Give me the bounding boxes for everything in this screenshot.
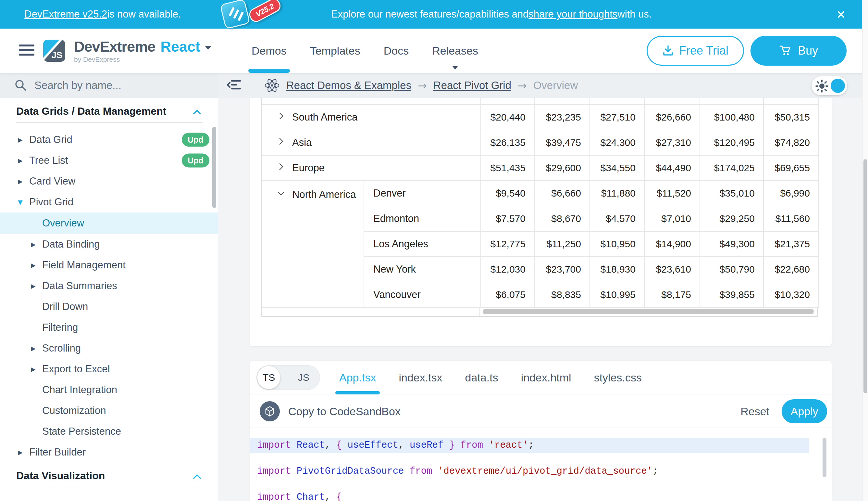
sidebar-search-input[interactable]: Search by name... <box>0 73 218 98</box>
apply-button[interactable]: Apply <box>782 399 827 423</box>
pivot-region-cell[interactable]: Asia <box>262 130 481 155</box>
language-toggle[interactable]: TS JS <box>256 365 320 390</box>
code-line: import Chart, { <box>250 490 832 501</box>
brand-wordmark[interactable]: DevExtreme React by DevExpress <box>74 38 211 63</box>
pivot-grid-demo-card: South America$20,440$23,235$27,510$26,66… <box>250 98 832 347</box>
sidebar-item-filter-builder[interactable]: ▶Filter Builder <box>0 442 218 463</box>
pivot-value-cell: $29,250 <box>700 206 763 231</box>
nav-item-label: Templates <box>310 44 360 57</box>
triangle-right-icon[interactable]: ▶ <box>18 178 23 185</box>
sidebar-item-pivot-grid[interactable]: ▼Pivot Grid <box>0 192 218 213</box>
sidebar-item-drill-down[interactable]: Drill Down <box>0 296 218 317</box>
theme-toggle-knob[interactable] <box>831 79 845 93</box>
pivot-region-cell[interactable]: Europe <box>262 155 481 181</box>
nav-item-releases[interactable]: Releases <box>432 29 478 73</box>
file-tab-data-ts[interactable]: data.ts <box>465 361 498 394</box>
pivot-value-cell: $27,310 <box>644 130 700 155</box>
triangle-down-icon[interactable]: ▼ <box>18 199 23 206</box>
pivot-horizontal-scrollbar[interactable] <box>262 308 817 316</box>
devextreme-js-logo[interactable]: JS <box>43 40 65 62</box>
sidebar-scrollbar[interactable] <box>212 127 216 208</box>
triangle-right-icon[interactable]: ▶ <box>31 283 36 289</box>
triangle-right-icon[interactable]: ▶ <box>31 365 36 373</box>
triangle-right-icon[interactable]: ▶ <box>18 136 23 143</box>
expand-chevron-icon[interactable] <box>277 137 286 149</box>
sidebar-item-tree-list[interactable]: ▶Tree ListUpd <box>0 150 218 171</box>
sidebar-item-data-summaries[interactable]: ▶Data Summaries <box>0 276 218 296</box>
sidebar-item-label: Overview <box>42 217 84 229</box>
breadcrumb-separator: → <box>418 79 427 92</box>
page-scrollbar[interactable] <box>862 0 868 501</box>
collapse-chevron-icon[interactable] <box>277 189 286 201</box>
chevron-up-icon[interactable] <box>193 105 201 117</box>
pivot-value-cell: $69,655 <box>763 155 818 181</box>
sidebar-item-customization[interactable]: Customization <box>0 400 218 421</box>
file-tab-styles-css[interactable]: styles.css <box>594 361 642 394</box>
sidebar-item-export-to-excel[interactable]: ▶Export to Excel <box>0 359 218 380</box>
sidebar-item-field-management[interactable]: ▶Field Management <box>0 255 218 276</box>
sidebar-item-label: State Persistence <box>42 426 121 437</box>
breadcrumb-link-demos[interactable]: React Demos & Examples <box>286 79 411 92</box>
sidebar-item-overview[interactable]: Overview <box>0 213 218 234</box>
collapse-sidebar-button[interactable] <box>227 78 242 93</box>
nav-item-docs[interactable]: Docs <box>384 29 409 73</box>
pivot-value-cell: $20,440 <box>481 105 534 130</box>
sidebar-section-title[interactable]: Data Grids / Data Management <box>0 103 218 119</box>
triangle-right-icon[interactable]: ▶ <box>31 262 36 269</box>
chevron-up-icon[interactable] <box>193 470 201 482</box>
nav-item-label: Docs <box>384 44 409 57</box>
pivot-city-cell: Edmonton <box>364 206 481 231</box>
nav-item-label: Demos <box>252 44 287 57</box>
pivot-region-cell[interactable]: South America <box>262 105 481 130</box>
expand-chevron-icon[interactable] <box>277 111 286 123</box>
sidebar-item-scrolling[interactable]: ▶Scrolling <box>0 338 218 359</box>
devextreme-box-logo: V25.2 <box>213 1 310 29</box>
triangle-right-icon[interactable]: ▶ <box>18 157 23 164</box>
platform-dropdown-icon[interactable] <box>205 46 211 50</box>
sidebar-item-data-grid[interactable]: ▶Data GridUpd <box>0 129 218 150</box>
code-scrollbar[interactable] <box>823 438 826 477</box>
hamburger-menu-button[interactable] <box>19 44 34 58</box>
pivot-region-cell[interactable]: North America <box>262 181 364 307</box>
reset-button[interactable]: Reset <box>740 394 769 428</box>
page-scrollbar-thumb[interactable] <box>864 159 867 393</box>
sidebar-item-card-view[interactable]: ▶Card View <box>0 171 218 192</box>
file-tab-App-tsx[interactable]: App.tsx <box>339 361 376 394</box>
breadcrumb-link-pivot-grid[interactable]: React Pivot Grid <box>433 79 511 92</box>
theme-toggle[interactable] <box>812 76 847 95</box>
sidebar-item-chart-integration[interactable]: Chart Integration <box>0 380 218 400</box>
nav-item-templates[interactable]: Templates <box>310 29 360 73</box>
breadcrumb: React Demos & Examples → React Pivot Gri… <box>264 78 578 93</box>
demo-sidebar: Data Grids / Data Management▶Data GridUp… <box>0 98 218 501</box>
codesandbox-icon <box>260 401 280 422</box>
file-tab-index-html[interactable]: index.html <box>521 361 571 394</box>
pivot-hscroll-thumb[interactable] <box>483 309 814 314</box>
share-thoughts-link[interactable]: share your thoughts <box>528 9 617 20</box>
pivot-value-cell: $39,475 <box>534 130 590 155</box>
sidebar-section-title[interactable]: Data Visualization <box>0 468 218 483</box>
file-tab-index-tsx[interactable]: index.tsx <box>399 361 442 394</box>
code-editor[interactable]: import React, { useEffect, useRef } from… <box>250 428 832 501</box>
sun-icon <box>815 79 828 93</box>
sidebar-item-state-persistence[interactable]: State Persistence <box>0 421 218 442</box>
sidebar-item-data-binding[interactable]: ▶Data Binding <box>0 234 218 255</box>
triangle-right-icon[interactable]: ▶ <box>31 345 36 352</box>
triangle-right-icon[interactable]: ▶ <box>31 241 36 248</box>
announcement-banner: DevExtreme v25.2 is now available. V25.2… <box>0 0 868 29</box>
buy-button[interactable]: Buy <box>750 36 847 66</box>
language-toggle-knob[interactable]: TS <box>257 366 281 389</box>
banner-version-link[interactable]: DevExtreme v25.2 <box>24 9 107 20</box>
banner-close-button[interactable]: × <box>836 0 845 29</box>
banner-message: Explore our newest features/capabilities… <box>331 0 651 29</box>
sidebar-item-label: Export to Excel <box>42 363 110 375</box>
free-trial-button[interactable]: Free Trial <box>647 36 744 66</box>
breadcrumb-current: Overview <box>533 79 578 92</box>
copy-to-codesandbox-button[interactable]: Copy to CodeSandBox <box>260 394 400 428</box>
pivot-value-cell: $10,320 <box>763 282 818 307</box>
expand-chevron-icon[interactable] <box>277 162 286 174</box>
sidebar-item-filtering[interactable]: Filtering <box>0 317 218 338</box>
banner-version-text: DevExtreme v25.2 is now available. <box>24 0 181 29</box>
pivot-value-cell: $50,790 <box>700 257 763 282</box>
triangle-right-icon[interactable]: ▶ <box>18 449 23 456</box>
nav-item-demos[interactable]: Demos <box>252 29 287 73</box>
